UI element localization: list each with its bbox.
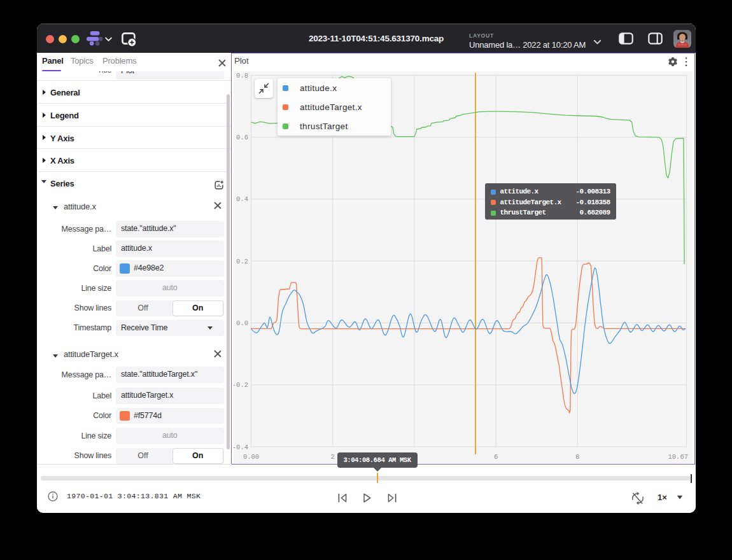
svg-text:0.00: 0.00 [243, 453, 258, 461]
svg-text:0.2: 0.2 [236, 257, 248, 265]
svg-text:6: 6 [493, 453, 497, 461]
svg-text:0.8: 0.8 [236, 71, 248, 79]
svg-text:2: 2 [330, 453, 334, 461]
svg-text:8: 8 [575, 453, 579, 461]
svg-text:0.6: 0.6 [236, 134, 248, 141]
svg-text:-0.2: -0.2 [234, 381, 248, 389]
svg-text:10.67: 10.67 [668, 453, 688, 461]
svg-text:0.4: 0.4 [236, 195, 248, 203]
svg-text:0.0: 0.0 [236, 319, 248, 327]
svg-text:-0.4: -0.4 [234, 443, 248, 451]
